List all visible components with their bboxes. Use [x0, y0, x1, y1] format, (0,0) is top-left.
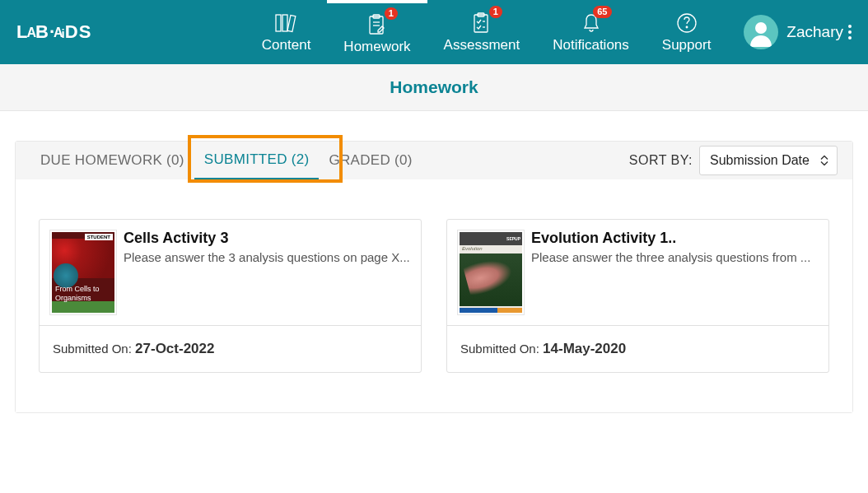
content-area: DUE HOMEWORK (0) SUBMITTED (2) GRADED (0…: [0, 111, 868, 428]
svg-rect-1: [282, 15, 287, 31]
sort-section: SORT BY: Submission Date: [629, 146, 838, 175]
brand-logo: LAB·AiDS: [16, 21, 91, 43]
homework-card[interactable]: STUDENT From Cells to Organisms Cells Ac…: [39, 219, 422, 373]
nav-assessment[interactable]: 1 Assessment: [427, 0, 537, 64]
nav-assessment-label: Assessment: [444, 37, 520, 53]
sort-value: Submission Date: [710, 153, 810, 167]
submitted-label: Submitted On:: [460, 342, 543, 356]
bell-icon: 65: [581, 11, 602, 35]
homework-panel: DUE HOMEWORK (0) SUBMITTED (2) GRADED (0…: [15, 141, 853, 413]
card-desc: Please answer the 3 analysis questions o…: [124, 250, 411, 264]
page-title: Homework: [0, 77, 868, 97]
sort-arrows-icon: [820, 156, 828, 166]
assessment-badge: 1: [489, 6, 502, 18]
clipboard-pencil-icon: 1: [366, 12, 388, 37]
card-desc: Please answer the three analysis questio…: [531, 250, 819, 264]
nav-support-label: Support: [662, 37, 712, 53]
tab-submitted[interactable]: SUBMITTED (2): [194, 142, 320, 180]
nav-content[interactable]: Content: [245, 0, 328, 64]
svg-rect-2: [287, 16, 296, 32]
books-icon: [274, 11, 299, 35]
user-menu[interactable]: Zachary: [744, 15, 852, 49]
svg-point-13: [755, 22, 767, 34]
header: LAB·AiDS Content 1: [0, 0, 868, 64]
submitted-label: Submitted On:: [53, 342, 135, 356]
svg-rect-7: [474, 15, 488, 32]
book-thumbnail: STUDENT From Cells to Organisms: [49, 230, 117, 315]
card-footer: Submitted On: 27-Oct-2022: [40, 325, 421, 372]
svg-rect-0: [276, 15, 281, 31]
main-nav: Content 1 Homework: [245, 0, 728, 64]
tab-due-homework[interactable]: DUE HOMEWORK (0): [30, 142, 194, 179]
submitted-date: 14-May-2020: [543, 341, 626, 356]
card-footer: Submitted On: 14-May-2020: [447, 325, 828, 372]
card-title: Evolution Activity 1..: [531, 230, 819, 247]
homework-card[interactable]: SEPUP Evolution Evolution Activity 1.. P…: [446, 219, 829, 373]
tabs-row: DUE HOMEWORK (0) SUBMITTED (2) GRADED (0…: [16, 142, 852, 179]
submitted-date: 27-Oct-2022: [135, 341, 214, 356]
nav-support[interactable]: Support: [646, 0, 728, 64]
sort-select[interactable]: Submission Date: [699, 146, 838, 175]
book-thumbnail: SEPUP Evolution: [457, 230, 525, 315]
nav-notifications[interactable]: 65 Notifications: [536, 0, 646, 64]
notifications-badge: 65: [593, 6, 611, 18]
avatar: [744, 15, 778, 49]
help-icon: [676, 11, 698, 35]
nav-notifications-label: Notifications: [553, 37, 629, 53]
cards-container: STUDENT From Cells to Organisms Cells Ac…: [16, 179, 852, 412]
clipboard-check-icon: 1: [471, 11, 492, 35]
nav-homework-label: Homework: [343, 39, 410, 55]
sort-label: SORT BY:: [629, 153, 693, 168]
page-title-bar: Homework: [0, 64, 868, 111]
tab-graded[interactable]: GRADED (0): [319, 142, 422, 179]
svg-point-12: [686, 26, 688, 28]
kebab-icon: [848, 25, 852, 40]
nav-content-label: Content: [262, 37, 311, 53]
nav-homework[interactable]: 1 Homework: [327, 0, 427, 64]
homework-badge: 1: [385, 7, 398, 20]
user-name: Zachary: [786, 23, 843, 41]
card-title: Cells Activity 3: [124, 230, 411, 247]
